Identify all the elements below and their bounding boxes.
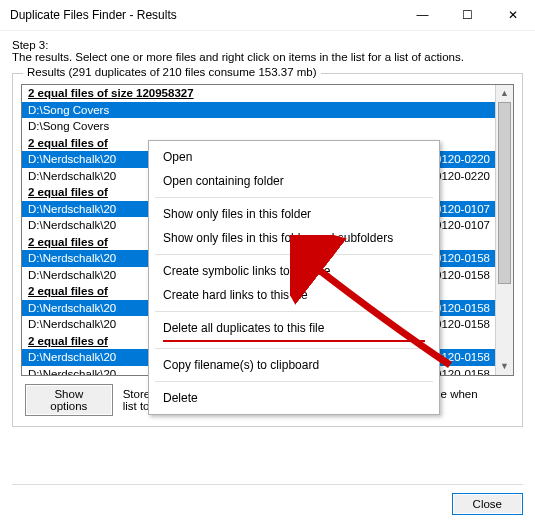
ctx-hardlink[interactable]: Create hard links to this file — [149, 283, 439, 307]
ctx-sep — [155, 197, 433, 198]
group-header: 2 equal files of size 120958327 — [22, 85, 496, 102]
ctx-open[interactable]: Open — [149, 145, 439, 169]
ctx-symlink[interactable]: Create symbolic links to this file — [149, 259, 439, 283]
file-row[interactable]: D:\Song Covers — [22, 118, 496, 135]
maximize-button[interactable]: ☐ — [445, 0, 490, 30]
close-window-button[interactable]: ✕ — [490, 0, 535, 30]
close-button[interactable]: Close — [452, 493, 523, 515]
ctx-delete[interactable]: Delete — [149, 386, 439, 410]
ctx-open-folder[interactable]: Open containing folder — [149, 169, 439, 193]
step-text: Step 3: The results. Select one or more … — [0, 31, 535, 69]
annotation-underline — [163, 340, 425, 342]
results-legend: Results (291 duplicates of 210 files con… — [23, 66, 321, 78]
minimize-button[interactable]: — — [400, 0, 445, 30]
dialog-footer: Close — [12, 484, 523, 515]
ctx-show-only-sub[interactable]: Show only files in this folder and subfo… — [149, 226, 439, 250]
context-menu[interactable]: Open Open containing folder Show only fi… — [148, 140, 440, 415]
ctx-delete-all[interactable]: Delete all duplicates to this file — [149, 316, 439, 340]
title-bar: Duplicate Files Finder - Results — ☐ ✕ — [0, 0, 535, 31]
scrollbar[interactable]: ▲ ▼ — [495, 85, 513, 375]
scroll-thumb[interactable] — [498, 102, 511, 284]
file-path: D:\Song Covers — [28, 118, 490, 135]
file-row[interactable]: D:\Song Covers — [22, 102, 496, 119]
file-path: D:\Song Covers — [28, 102, 490, 119]
step-desc: The results. Select one or more files an… — [12, 51, 523, 63]
ctx-sep — [155, 381, 433, 382]
window-controls: — ☐ ✕ — [400, 0, 535, 30]
ctx-sep — [155, 254, 433, 255]
ctx-sep — [155, 348, 433, 349]
ctx-show-only[interactable]: Show only files in this folder — [149, 202, 439, 226]
window-title: Duplicate Files Finder - Results — [10, 0, 177, 30]
scroll-up-button[interactable]: ▲ — [496, 85, 513, 102]
ctx-copy[interactable]: Copy filename(s) to clipboard — [149, 353, 439, 377]
show-options-button[interactable]: Show options — [25, 384, 113, 416]
step-label: Step 3: — [12, 39, 523, 51]
scroll-down-button[interactable]: ▼ — [496, 358, 513, 375]
ctx-sep — [155, 311, 433, 312]
